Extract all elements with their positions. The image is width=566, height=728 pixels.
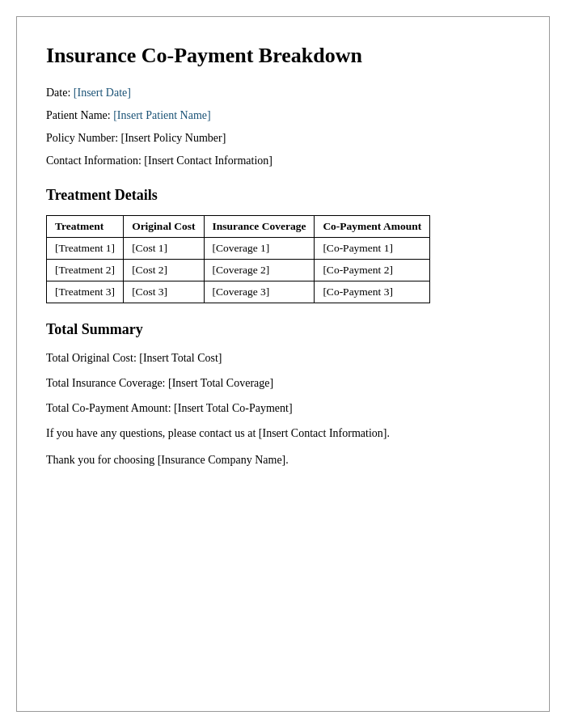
summary-line-1: Total Insurance Coverage: [Insert Total … [46,375,520,392]
summary-value-0: [Insert Total Cost] [139,352,222,364]
table-cell-1-1: [Cost 2] [124,260,204,281]
table-cell-1-0: [Treatment 2] [47,260,124,281]
table-cell-0-0: [Treatment 1] [47,238,124,260]
table-cell-2-2: [Coverage 3] [204,281,315,303]
footer-contact-line: If you have any questions, please contac… [46,425,520,442]
page-title: Insurance Co-Payment Breakdown [46,43,520,68]
date-label: Date: [46,87,74,99]
table-header-row: Treatment Original Cost Insurance Covera… [47,216,430,238]
summary-label-1: Total Insurance Coverage: [46,377,168,389]
table-cell-2-1: [Cost 3] [124,281,204,303]
patient-value: [Insert Patient Name] [113,109,211,121]
patient-field: Patient Name: [Insert Patient Name] [46,107,520,124]
col-original-cost: Original Cost [124,216,204,238]
table-cell-2-0: [Treatment 3] [47,281,124,303]
patient-label: Patient Name: [46,109,113,121]
table-row: [Treatment 1][Cost 1][Coverage 1][Co-Pay… [47,238,430,260]
footer-thankyou-value: [Insurance Company Name] [158,454,286,466]
contact-field: Contact Information: [Insert Contact Inf… [46,152,520,169]
summary-section-title: Total Summary [46,321,520,338]
table-cell-1-3: [Co-Payment 2] [315,260,430,281]
footer-thankyou-label: Thank you for choosing [46,454,158,466]
summary-value-2: [Insert Total Co-Payment] [174,402,293,414]
treatment-table: Treatment Original Cost Insurance Covera… [46,215,430,303]
footer-thankyou-line: Thank you for choosing [Insurance Compan… [46,451,520,469]
footer-thankyou-end: . [285,454,289,466]
date-value: [Insert Date] [74,87,131,99]
summary-line-0: Total Original Cost: [Insert Total Cost] [46,349,520,366]
policy-value: [Insert Policy Number] [121,132,226,144]
page-container: Insurance Co-Payment Breakdown Date: [In… [16,16,550,712]
table-cell-0-1: [Cost 1] [124,238,204,260]
footer-contact-value: [Insert Contact Information] [259,427,387,439]
table-cell-0-2: [Coverage 1] [204,238,315,260]
col-insurance-coverage: Insurance Coverage [204,216,315,238]
table-cell-1-2: [Coverage 2] [204,260,315,281]
policy-field: Policy Number: [Insert Policy Number] [46,129,520,146]
col-copayment-amount: Co-Payment Amount [315,216,430,238]
table-row: [Treatment 2][Cost 2][Coverage 2][Co-Pay… [47,260,430,281]
treatment-section-title: Treatment Details [46,187,520,204]
summary-line-2: Total Co-Payment Amount: [Insert Total C… [46,400,520,417]
footer-contact-label: If you have any questions, please contac… [46,427,259,439]
date-field: Date: [Insert Date] [46,84,520,101]
col-treatment: Treatment [47,216,124,238]
summary-value-1: [Insert Total Coverage] [168,377,273,389]
summary-label-2: Total Co-Payment Amount: [46,402,174,414]
footer-contact-end: . [386,427,390,439]
contact-label: Contact Information: [46,154,144,167]
summary-label-0: Total Original Cost: [46,352,139,364]
table-cell-2-3: [Co-Payment 3] [315,281,430,303]
summary-lines: Total Original Cost: [Insert Total Cost]… [46,349,520,417]
policy-label: Policy Number: [46,132,121,144]
table-cell-0-3: [Co-Payment 1] [315,238,430,260]
table-row: [Treatment 3][Cost 3][Coverage 3][Co-Pay… [47,281,430,303]
contact-value: [Insert Contact Information] [144,154,272,167]
